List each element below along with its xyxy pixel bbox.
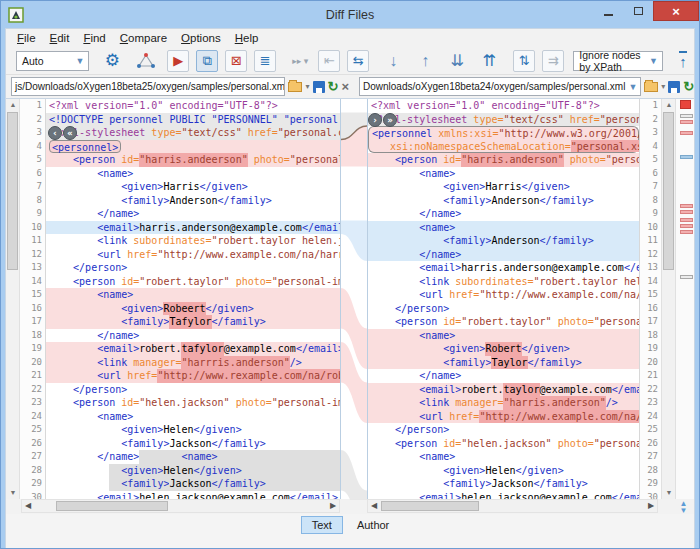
diff-algorithm-select[interactable]: Auto▼ (16, 51, 89, 71)
change-marker-pink[interactable] (680, 120, 693, 124)
code-line: xsi:noNamespaceSchemaLocation="personal.… (368, 140, 639, 154)
menu-options[interactable]: Options (174, 31, 228, 45)
ignored-changes-icon[interactable]: ⇉ (542, 50, 564, 72)
change-marker-grey[interactable] (680, 114, 693, 118)
diff-options-gear-icon[interactable]: ⚙ (101, 50, 123, 72)
left-vertical-scrollbar[interactable]: ▲ ▼ (6, 99, 20, 499)
show-all-changes-icon[interactable]: ⇅ (513, 50, 535, 72)
line-number: 16 (20, 302, 42, 316)
change-marker-pink[interactable] (680, 210, 693, 214)
change-marker-pink[interactable] (680, 204, 693, 208)
copy-change-icon[interactable]: » (383, 113, 397, 127)
perform-files-differencing-icon[interactable]: ▶ (167, 50, 189, 72)
minimize-button[interactable] (593, 1, 623, 21)
refresh-icon[interactable]: ↻ (683, 81, 694, 93)
copy-all-changes-icon[interactable]: ⇆ (347, 50, 369, 72)
line-number: 22 (640, 383, 658, 397)
scroll-right-arrow-icon[interactable]: ▶ (645, 500, 657, 512)
change-marker-pink[interactable] (680, 224, 693, 228)
maximize-button[interactable] (623, 1, 653, 21)
code-line: <given>Helen</given> (46, 423, 340, 437)
copy-change-icon[interactable]: ‹ (48, 126, 62, 140)
menu-compare[interactable]: Compare (113, 31, 174, 45)
code-line: </person> (368, 302, 639, 316)
ruler-down-icon[interactable]: ▼ (680, 507, 688, 514)
code-line: <family>Taylor</family> (368, 356, 639, 370)
left-file-path-select[interactable]: js/Downloads/oXygen18beta25/oxygen/sampl… (11, 77, 285, 96)
right-source-pane[interactable]: <?xml version="1.0" encoding="UTF-8"?><?… (367, 99, 639, 499)
line-number: 12 (20, 248, 42, 262)
scroll-right-arrow-icon[interactable]: ▶ (327, 500, 339, 512)
change-marker-red[interactable] (680, 100, 691, 109)
save-icon[interactable] (668, 81, 680, 93)
code-line: <email>helen.jackson@example.com</email> (46, 491, 340, 500)
scroll-up-arrow-icon[interactable]: ▲ (662, 99, 676, 111)
refresh-icon[interactable]: ↻ (328, 81, 339, 93)
line-number: 6 (640, 167, 658, 181)
first-difference-icon[interactable]: ⇈ (478, 50, 500, 72)
synchronized-scrolling-icon[interactable]: ⧉ (196, 50, 218, 72)
change-marker-blue[interactable] (680, 155, 693, 159)
scroll-down-arrow-icon[interactable]: ▼ (662, 487, 676, 499)
folder-icon[interactable] (644, 82, 658, 92)
file-path-row: js/Downloads/oXygen18beta25/oxygen/sampl… (6, 75, 694, 98)
line-number: 17 (20, 315, 42, 329)
menu-help[interactable]: Help (228, 31, 266, 45)
menu-find[interactable]: Find (76, 31, 112, 45)
dropdown-caret-icon[interactable]: ▾ (661, 82, 665, 91)
code-line: <url href="http://www.rexample.com/na/ro… (46, 369, 340, 383)
change-marker-pink[interactable] (680, 131, 693, 135)
left-horizontal-scrollbar[interactable]: ◀ ▶ (21, 499, 340, 513)
dropdown-caret-icon[interactable]: ▾ (305, 82, 309, 91)
last-difference-icon[interactable]: ⇊ (446, 50, 468, 72)
close-button[interactable]: × (653, 1, 699, 21)
previous-difference-icon[interactable]: ↑ (414, 50, 436, 72)
scroll-up-arrow-icon[interactable]: ▲ (6, 99, 20, 111)
save-icon[interactable] (313, 81, 325, 93)
line-number: 14 (20, 275, 42, 289)
line-number: 3 (20, 126, 42, 140)
scrollbar-thumb[interactable] (56, 501, 168, 511)
change-marker-pink[interactable] (680, 230, 693, 234)
merge-navigation-icon[interactable]: ▸▸ ▾ (289, 50, 311, 72)
line-number: 6 (20, 167, 42, 181)
change-marker-pink[interactable] (680, 218, 693, 222)
go-to-first-change-icon[interactable]: ↑ (672, 50, 694, 72)
three-way-comparison-icon[interactable] (135, 50, 157, 72)
ruler-navigation[interactable]: ▲ ▼ (673, 499, 694, 514)
scrollbar-thumb[interactable] (7, 112, 18, 270)
dropdown-caret-icon[interactable]: ▼ (625, 82, 637, 92)
folder-icon[interactable] (288, 82, 302, 92)
format-and-indent-both-files-icon[interactable]: ≣ (254, 50, 276, 72)
line-number: 23 (640, 396, 658, 410)
scroll-left-arrow-icon[interactable]: ◀ (22, 500, 34, 512)
copy-change-icon[interactable]: « (63, 126, 77, 140)
close-icon[interactable]: × (341, 81, 349, 93)
line-number: 1 (640, 99, 658, 113)
line-number: 22 (20, 383, 42, 397)
right-vertical-scrollbar[interactable]: ▲ ▼ (661, 99, 675, 499)
left-source-pane[interactable]: <?xml version="1.0" encoding="UTF-8"?><!… (46, 99, 341, 499)
line-number: 10 (20, 221, 42, 235)
copy-change-to-left-icon[interactable]: ⇤ (318, 50, 340, 72)
copy-change-icon[interactable]: › (368, 113, 382, 127)
change-marker-grey[interactable] (680, 275, 693, 279)
scrollbar-thumb[interactable] (663, 112, 674, 270)
show-word-level-details-icon[interactable]: ⊠ (225, 50, 247, 72)
scrollbar-thumb[interactable] (381, 501, 479, 511)
right-file-path-select[interactable]: Downloads/oXygen18beta24/oxygen/samples/… (359, 77, 641, 96)
tab-text[interactable]: Text (301, 516, 343, 534)
scroll-left-arrow-icon[interactable]: ◀ (368, 500, 380, 512)
tab-author[interactable]: Author (347, 517, 399, 533)
dropdown-caret-icon[interactable]: ▼ (71, 56, 88, 66)
dropdown-caret-icon[interactable]: ▼ (645, 56, 662, 66)
code-line: <?xml version="1.0" encoding="UTF-8"?> (46, 99, 340, 113)
menu-file[interactable]: File (10, 31, 43, 45)
code-line: <given>Helen</given> (46, 464, 340, 478)
xpath-filter-select[interactable]: Ignore nodes by XPath▼ (573, 51, 663, 71)
next-difference-icon[interactable]: ↓ (382, 50, 404, 72)
menu-edit[interactable]: Edit (43, 31, 77, 45)
scroll-down-arrow-icon[interactable]: ▼ (6, 487, 20, 499)
right-horizontal-scrollbar[interactable]: ◀ ▶ (367, 499, 658, 513)
overview-ruler[interactable] (675, 99, 695, 499)
